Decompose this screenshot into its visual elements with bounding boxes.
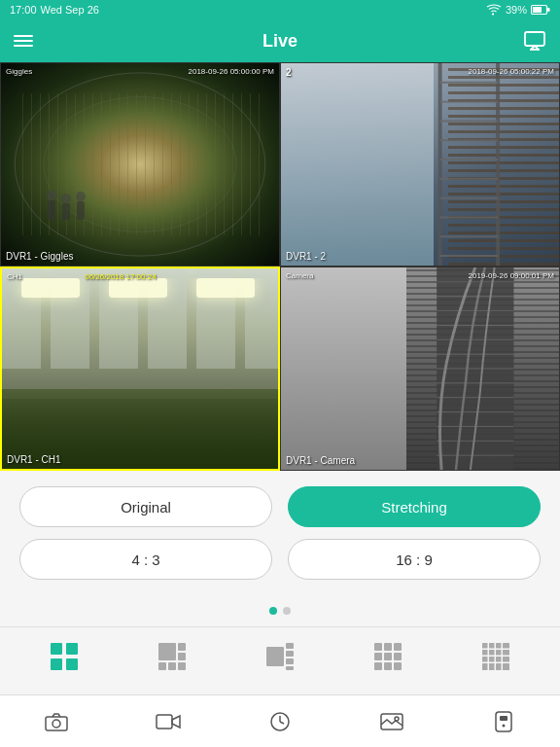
svg-rect-48 (178, 662, 186, 670)
tab-video[interactable] (139, 700, 197, 743)
svg-rect-79 (46, 717, 67, 730)
svg-point-89 (503, 724, 506, 727)
layout-4x4-button[interactable] (474, 635, 517, 678)
remote-tab-icon (493, 711, 514, 732)
layout-3x3-button[interactable] (367, 635, 409, 678)
cam4-name-top: Camera (286, 271, 313, 280)
svg-rect-61 (384, 662, 392, 670)
video-tab-icon (156, 712, 181, 731)
cam3-timecode: 06/26/2018 17:00:24 (85, 272, 156, 281)
svg-rect-75 (482, 663, 488, 670)
svg-rect-70 (503, 650, 509, 656)
svg-rect-60 (374, 662, 382, 670)
pagination-dot-2[interactable] (283, 607, 291, 615)
svg-rect-47 (168, 662, 176, 670)
cam4-label: DVR1 - Camera (286, 455, 355, 466)
ratio-16x9-button[interactable]: 16 : 9 (288, 539, 541, 580)
svg-rect-43 (158, 643, 176, 660)
svg-rect-58 (384, 653, 392, 660)
svg-point-10 (61, 194, 71, 203)
svg-rect-41 (51, 658, 62, 670)
svg-rect-39 (51, 643, 62, 655)
cam3-label: DVR1 - CH1 (7, 454, 61, 465)
svg-rect-2 (547, 8, 550, 12)
camera-tab-icon (45, 712, 68, 731)
svg-point-12 (76, 192, 86, 201)
svg-rect-56 (394, 643, 402, 651)
tab-remote[interactable] (474, 700, 533, 743)
tab-gallery[interactable] (363, 700, 421, 743)
stretching-button[interactable]: Stretching (288, 486, 541, 527)
aspect-row-1: Original Stretching (19, 486, 541, 527)
menu-button[interactable] (14, 35, 33, 47)
svg-rect-69 (496, 650, 502, 656)
svg-line-84 (280, 722, 284, 724)
tab-bar (0, 694, 560, 747)
camera-grid: Giggles 2018-09-26 05:00:00 PM DVR1 - Gi… (0, 62, 560, 471)
header: Live (0, 19, 560, 62)
cam2-timestamp: 2018-09-26 05:00:22 PM (468, 67, 554, 76)
cam1-name-top: Giggles (6, 67, 32, 76)
svg-rect-67 (482, 650, 488, 656)
svg-rect-81 (157, 715, 172, 729)
layout-2x2-button[interactable] (43, 635, 86, 678)
svg-rect-74 (503, 657, 509, 662)
monitor-icon[interactable] (523, 29, 546, 53)
svg-rect-63 (482, 643, 488, 649)
svg-point-8 (47, 191, 56, 200)
svg-rect-72 (489, 657, 495, 662)
cam4-timestamp: 2019-09-26 09:00:01 PM (468, 271, 554, 280)
tab-playback[interactable] (251, 700, 309, 743)
svg-rect-42 (66, 658, 78, 670)
svg-rect-9 (62, 203, 70, 220)
svg-rect-62 (394, 662, 402, 670)
original-button[interactable]: Original (19, 486, 272, 527)
svg-point-5 (15, 73, 265, 256)
svg-rect-73 (496, 657, 502, 662)
cam1-label: DVR1 - Giggles (6, 251, 73, 262)
layout-1plus4-button[interactable] (151, 635, 193, 678)
cam1-timestamp: 2018-09-26 05:00:00 PM (188, 67, 274, 76)
svg-rect-1 (533, 7, 542, 13)
status-left: 17:00 Wed Sep 26 (10, 4, 99, 16)
layout-1plus5-button[interactable] (259, 635, 301, 678)
pagination-dot-1[interactable] (269, 607, 277, 615)
cam3-channel-top: CH1 (7, 272, 22, 281)
camera-cell-4[interactable]: Camera 2019-09-26 09:00:01 PM DVR1 - Cam… (280, 267, 560, 471)
svg-rect-87 (496, 712, 511, 731)
tab-camera[interactable] (27, 700, 86, 743)
camera-cell-2[interactable]: 2 2018-09-26 05:00:22 PM DVR1 - 2 (280, 62, 560, 267)
clock-tab-icon (269, 711, 291, 732)
svg-rect-7 (48, 200, 55, 220)
ratio-4x3-button[interactable]: 4 : 3 (19, 539, 272, 580)
svg-rect-49 (266, 647, 284, 666)
svg-rect-11 (77, 201, 85, 220)
svg-rect-59 (394, 653, 402, 660)
status-battery: 39% (506, 4, 527, 16)
svg-rect-55 (384, 643, 392, 651)
page-title: Live (262, 31, 298, 52)
wifi-icon (486, 4, 502, 16)
svg-rect-68 (489, 650, 495, 656)
svg-rect-50 (286, 643, 294, 649)
svg-rect-40 (66, 643, 78, 655)
svg-rect-64 (489, 643, 495, 649)
camera-cell-1[interactable]: Giggles 2018-09-26 05:00:00 PM DVR1 - Gi… (0, 62, 280, 267)
svg-rect-65 (496, 643, 502, 649)
svg-rect-51 (286, 651, 294, 657)
gallery-tab-icon (380, 712, 403, 731)
svg-point-86 (395, 717, 399, 721)
battery-icon (531, 4, 550, 16)
status-time: 17:00 (10, 4, 37, 16)
svg-rect-46 (158, 662, 166, 670)
svg-rect-53 (286, 666, 294, 670)
controls-area: Original Stretching 4 : 3 16 : 9 (0, 471, 560, 599)
status-day: Wed Sep 26 (41, 4, 99, 16)
layout-selector (0, 626, 560, 688)
svg-rect-71 (482, 657, 488, 662)
svg-point-80 (52, 720, 60, 728)
svg-rect-66 (503, 643, 509, 649)
svg-rect-78 (503, 663, 509, 670)
camera-cell-3[interactable]: CH1 06/26/2018 17:00:24 DVR1 - CH1 (0, 267, 280, 471)
svg-rect-76 (489, 663, 495, 670)
